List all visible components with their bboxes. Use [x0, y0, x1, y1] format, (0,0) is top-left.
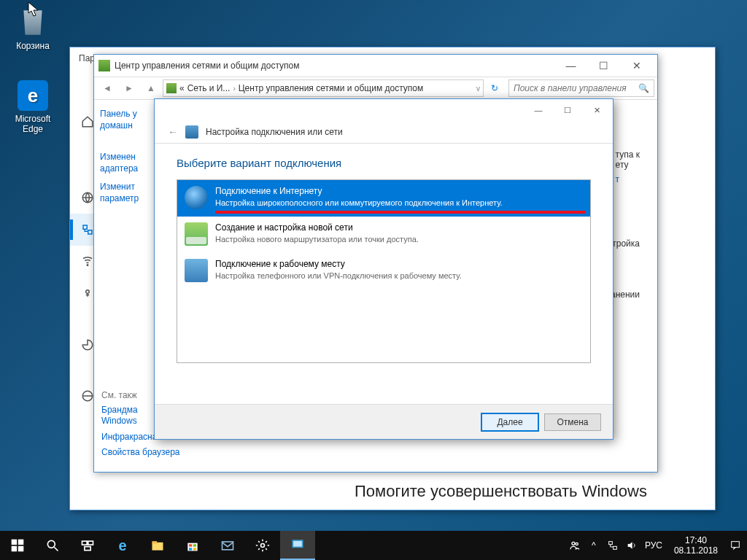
- search-button[interactable]: [35, 531, 70, 560]
- minimize-button[interactable]: —: [524, 100, 553, 120]
- edge-label: Microsoft Edge: [7, 114, 58, 134]
- svg-rect-11: [82, 541, 88, 545]
- clock-date: 08.11.2018: [674, 545, 718, 556]
- maximize-button[interactable]: ☐: [553, 100, 582, 120]
- back-button[interactable]: ◄: [97, 79, 117, 98]
- control-panel-navbar: ◄ ► ▲ « Сеть и И... › Центр управления с…: [94, 77, 657, 100]
- recycle-bin-label: Корзина: [7, 41, 58, 51]
- wizard-header-icon: [185, 125, 198, 139]
- svg-rect-8: [12, 546, 18, 552]
- volume-tray-icon[interactable]: [626, 540, 638, 551]
- option-desc: Настройка нового маршрутизатора или точк…: [215, 234, 419, 244]
- building-icon: [185, 259, 208, 282]
- globe-icon: [185, 186, 208, 209]
- close-button[interactable]: ✕: [620, 55, 653, 76]
- browser-props-link[interactable]: Свойства браузера: [101, 447, 173, 459]
- option-workplace[interactable]: Подключение к рабочему месту Настройка т…: [177, 253, 590, 289]
- wizard-heading: Выберите вариант подключения: [177, 157, 591, 169]
- svg-rect-27: [609, 542, 613, 545]
- maximize-button[interactable]: ☐: [587, 55, 620, 76]
- connection-options-list: Подключение к Интернету Настройка широко…: [177, 179, 591, 363]
- svg-point-25: [572, 542, 575, 545]
- wizard-back-arrow[interactable]: ←: [168, 126, 178, 138]
- next-button[interactable]: Далее: [481, 413, 538, 431]
- breadcrumb-item[interactable]: Сеть и И...: [187, 83, 231, 93]
- svg-rect-28: [614, 546, 617, 549]
- svg-rect-20: [193, 548, 196, 550]
- breadcrumb[interactable]: « Сеть и И... › Центр управления сетями …: [163, 79, 484, 97]
- breadcrumb-item[interactable]: Центр управления сетями и общим доступом: [239, 83, 424, 93]
- search-icon[interactable]: 🔍: [638, 83, 649, 93]
- breadcrumb-prefix: «: [179, 83, 185, 93]
- control-panel-title: Центр управления сетями и общим доступом: [115, 61, 550, 71]
- svg-point-10: [47, 540, 55, 548]
- edge-icon: e: [18, 80, 48, 111]
- settings-feedback-heading: Помогите усовершенствовать Windows: [355, 482, 647, 501]
- svg-point-26: [576, 542, 578, 545]
- option-title: Подключение к рабочему месту: [215, 259, 462, 271]
- forward-button[interactable]: ►: [119, 79, 139, 98]
- mouse-cursor: [28, 1, 41, 20]
- action-center-icon[interactable]: [729, 540, 741, 551]
- people-icon[interactable]: [569, 540, 581, 551]
- option-internet-connection[interactable]: Подключение к Интернету Настройка широко…: [177, 180, 590, 217]
- taskbar[interactable]: e ^ РУС 17:40 08.11.2018: [0, 531, 747, 560]
- svg-rect-15: [152, 541, 158, 543]
- svg-point-4: [86, 290, 90, 294]
- breadcrumb-icon: [166, 83, 177, 93]
- svg-rect-1: [83, 225, 87, 229]
- edge-shortcut[interactable]: e Microsoft Edge: [7, 80, 58, 134]
- task-view-button[interactable]: [70, 531, 105, 560]
- svg-rect-24: [293, 541, 302, 547]
- settings-taskbar-icon[interactable]: [245, 531, 280, 560]
- store-taskbar-icon[interactable]: [175, 531, 210, 560]
- language-indicator[interactable]: РУС: [645, 540, 662, 551]
- right-fragment: ету: [616, 160, 640, 170]
- mail-taskbar-icon[interactable]: [210, 531, 245, 560]
- cancel-button[interactable]: Отмена: [544, 413, 601, 431]
- edge-taskbar-icon[interactable]: e: [105, 531, 140, 560]
- svg-point-3: [87, 265, 88, 266]
- svg-rect-18: [193, 544, 196, 546]
- option-new-network[interactable]: Создание и настройка новой сети Настройк…: [177, 217, 590, 253]
- connection-wizard-dialog[interactable]: — ☐ ✕ ← Настройка подключения или сети В…: [154, 98, 614, 440]
- option-title: Подключение к Интернету: [215, 186, 503, 198]
- tray-chevron-up-icon[interactable]: ^: [588, 540, 600, 551]
- chevron-down-icon[interactable]: v: [476, 85, 480, 93]
- svg-rect-19: [189, 548, 192, 550]
- svg-rect-7: [18, 540, 24, 545]
- up-button[interactable]: ▲: [141, 79, 161, 98]
- network-center-icon: [98, 60, 110, 71]
- network-tray-icon[interactable]: [607, 540, 619, 551]
- svg-rect-13: [85, 547, 90, 551]
- svg-rect-6: [12, 540, 18, 545]
- right-fragment-link[interactable]: т: [616, 174, 640, 184]
- right-fragment: тупа к: [616, 149, 640, 160]
- clock[interactable]: 17:40 08.11.2018: [670, 535, 722, 556]
- refresh-button[interactable]: ↻: [485, 79, 504, 98]
- router-icon: [185, 222, 208, 246]
- system-tray: ^ РУС 17:40 08.11.2018: [563, 535, 747, 556]
- chevron-right-icon: ›: [233, 85, 235, 93]
- wizard-header: ← Настройка подключения или сети: [155, 121, 613, 144]
- clock-time: 17:40: [674, 535, 718, 545]
- wizard-header-title: Настройка подключения или сети: [206, 127, 343, 137]
- control-panel-titlebar[interactable]: Центр управления сетями и общим доступом…: [94, 55, 657, 77]
- search-input[interactable]: [514, 83, 634, 93]
- svg-rect-12: [88, 541, 93, 545]
- wizard-titlebar[interactable]: — ☐ ✕: [155, 99, 613, 121]
- svg-point-22: [261, 544, 265, 548]
- option-desc: Настройка широкополосного или коммутируе…: [215, 198, 503, 208]
- close-button[interactable]: ✕: [582, 100, 611, 120]
- explorer-taskbar-icon[interactable]: [140, 531, 175, 560]
- start-button[interactable]: [0, 531, 35, 560]
- minimize-button[interactable]: —: [554, 55, 587, 76]
- control-panel-taskbar-icon[interactable]: [280, 531, 315, 560]
- option-title: Создание и настройка новой сети: [215, 222, 419, 234]
- wizard-footer: Далее Отмена: [155, 404, 613, 439]
- control-panel-search[interactable]: 🔍: [508, 79, 654, 97]
- svg-rect-9: [18, 546, 24, 552]
- svg-rect-29: [732, 542, 740, 548]
- option-desc: Настройка телефонного или VPN-подключени…: [215, 271, 462, 281]
- svg-rect-2: [88, 230, 92, 234]
